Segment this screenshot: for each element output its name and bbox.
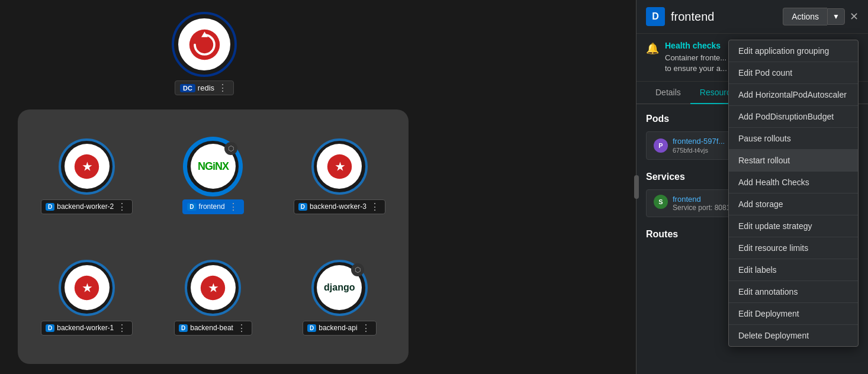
actions-caret-button[interactable]: ▼	[827, 8, 845, 25]
backend-worker-2-icon: ★	[73, 153, 100, 180]
svg-text:★: ★	[335, 160, 345, 172]
backend-beat-text: backend-beat	[190, 324, 233, 332]
list-item: ★ D backend-worker-2 ⋮	[41, 138, 133, 214]
backend-api-external-link-icon: ⬡	[351, 263, 364, 276]
actions-dropdown-menu: Edit application grouping Edit Pod count…	[728, 40, 859, 347]
close-panel-button[interactable]: ✕	[850, 10, 859, 23]
backend-api-kebab[interactable]: ⋮	[360, 323, 372, 334]
nodes-grid: ★ D backend-worker-2 ⋮ NGiNX ⬡	[30, 121, 397, 352]
redis-node: DC redis ⋮	[172, 12, 237, 95]
panel-title-area: D frontend	[646, 7, 714, 26]
app-badge: D	[646, 7, 665, 26]
list-item: ★ D backend-worker-1 ⋮	[41, 260, 133, 336]
django-text: django	[324, 282, 355, 293]
list-item: NGiNX ⬡ D frontend ⋮	[182, 138, 243, 214]
dropdown-item-edit-grouping[interactable]: Edit application grouping	[729, 40, 858, 62]
backend-beat-d-badge: D	[179, 324, 188, 332]
actions-button[interactable]: Actions	[783, 8, 827, 25]
backend-worker-3-text: backend-worker-3	[310, 202, 367, 211]
backend-beat-label: D backend-beat ⋮	[174, 321, 252, 336]
backend-worker-2-kebab[interactable]: ⋮	[116, 201, 128, 212]
right-panel: D frontend Actions ▼ ✕ Edit application …	[636, 0, 868, 374]
redis-label-text: redis	[198, 83, 214, 92]
redis-node-label: DC redis ⋮	[175, 80, 234, 95]
redis-dc-badge: DC	[180, 84, 195, 92]
frontend-external-link-icon: ⬡	[224, 142, 237, 155]
redis-icon	[188, 28, 221, 61]
nginx-text: NGiNX	[198, 160, 229, 173]
node-circle-backend-beat[interactable]: ★	[185, 260, 241, 316]
node-inner-backend-worker-1: ★	[65, 265, 110, 310]
dropdown-item-edit-resource-limits[interactable]: Edit resource limits	[729, 237, 858, 259]
frontend-d-badge: D	[187, 203, 196, 211]
frontend-kebab[interactable]: ⋮	[227, 201, 239, 212]
svg-text:★: ★	[82, 282, 92, 294]
dropdown-item-delete-deployment[interactable]: Delete Deployment	[729, 325, 858, 346]
panel-header: D frontend Actions ▼ ✕ Edit application …	[636, 0, 868, 34]
backend-beat-icon: ★	[200, 275, 226, 301]
tab-details[interactable]: Details	[646, 82, 690, 104]
app-group-container: ★ D backend-worker-2 ⋮ NGiNX ⬡	[18, 109, 409, 364]
backend-worker-2-text: backend-worker-2	[57, 202, 114, 211]
node-circle-backend-worker-3[interactable]: ★	[311, 138, 368, 195]
backend-api-d-badge: D	[307, 324, 316, 332]
panel-title: frontend	[671, 10, 714, 24]
backend-beat-kebab[interactable]: ⋮	[236, 323, 247, 334]
dropdown-item-edit-annotations[interactable]: Edit annotations	[729, 281, 858, 303]
list-item: ★ D backend-beat ⋮	[174, 260, 252, 336]
node-circle-backend-worker-1[interactable]: ★	[59, 260, 115, 316]
pod-name: frontend-597f...675bfd-t4vjs	[673, 137, 725, 154]
list-item: ★ D backend-worker-3 ⋮	[294, 138, 385, 214]
node-circle-frontend[interactable]: NGiNX ⬡	[185, 138, 241, 195]
dropdown-item-pause-rollouts[interactable]: Pause rollouts	[729, 128, 858, 150]
svg-text:★: ★	[82, 160, 92, 172]
dropdown-item-add-health-checks[interactable]: Add Health Checks	[729, 172, 858, 194]
backend-api-text: backend-api	[319, 324, 357, 332]
backend-worker-1-text: backend-worker-1	[57, 324, 114, 332]
svg-text:★: ★	[208, 282, 218, 294]
backend-worker-3-kebab[interactable]: ⋮	[369, 201, 381, 212]
backend-worker-2-d-badge: D	[46, 203, 54, 211]
frontend-text: frontend	[199, 202, 225, 211]
dropdown-item-edit-pod-count[interactable]: Edit Pod count	[729, 62, 858, 84]
node-circle-backend-worker-2[interactable]: ★	[59, 138, 115, 195]
frontend-label: D frontend ⋮	[182, 199, 243, 214]
backend-worker-1-d-badge: D	[46, 324, 54, 332]
canvas-area: DC redis ⋮ ★ D backend-worker	[0, 0, 636, 374]
notification-bell-icon: 🔔	[646, 42, 659, 74]
dropdown-item-edit-labels[interactable]: Edit labels	[729, 259, 858, 281]
backend-api-label: D backend-api ⋮	[303, 321, 377, 336]
resize-handle[interactable]	[634, 175, 639, 199]
node-inner-backend-beat: ★	[191, 265, 236, 310]
backend-worker-3-d-badge: D	[298, 203, 307, 211]
backend-worker-1-icon: ★	[73, 275, 100, 301]
node-inner-backend-worker-2: ★	[65, 144, 110, 189]
redis-circle-inner	[178, 18, 230, 70]
dropdown-item-add-storage[interactable]: Add storage	[729, 194, 858, 215]
dropdown-item-edit-deployment[interactable]: Edit Deployment	[729, 303, 858, 325]
dropdown-item-edit-update-strategy[interactable]: Edit update strategy	[729, 215, 858, 237]
backend-worker-3-label: D backend-worker-3 ⋮	[294, 199, 385, 214]
redis-circle-outer	[172, 12, 237, 77]
dropdown-item-add-hpa[interactable]: Add HorizontalPodAutoscaler	[729, 84, 858, 106]
redis-kebab-button[interactable]: ⋮	[217, 82, 229, 94]
node-circle-backend-api[interactable]: django ⬡	[311, 260, 368, 316]
node-inner-backend-worker-3: ★	[317, 144, 362, 189]
dropdown-item-restart-rollout[interactable]: Restart rollout	[729, 150, 858, 172]
actions-button-wrapper: Actions ▼	[783, 8, 845, 25]
backend-worker-1-kebab[interactable]: ⋮	[116, 323, 128, 334]
backend-worker-3-icon: ★	[326, 153, 353, 180]
list-item: django ⬡ D backend-api ⋮	[303, 260, 377, 336]
backend-worker-1-label: D backend-worker-1 ⋮	[41, 321, 133, 336]
pod-badge: P	[654, 138, 668, 153]
service-badge: S	[654, 195, 668, 209]
backend-worker-2-label: D backend-worker-2 ⋮	[41, 199, 133, 214]
dropdown-item-add-pdb[interactable]: Add PodDisruptionBudget	[729, 106, 858, 128]
